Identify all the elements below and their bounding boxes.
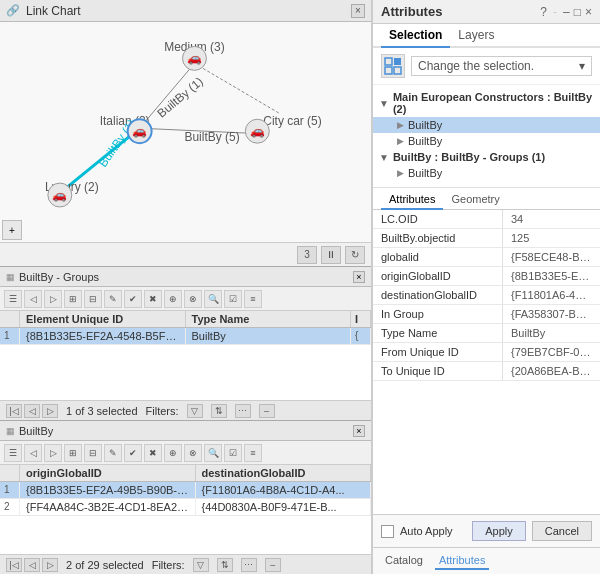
table-tool-13[interactable]: ≡ bbox=[244, 290, 262, 308]
table2-tool-1[interactable]: ☰ bbox=[4, 444, 22, 462]
builtby-groups-close[interactable]: × bbox=[353, 271, 365, 283]
table-tool-7[interactable]: ✔ bbox=[124, 290, 142, 308]
tree-group-1[interactable]: ▼ Main European Constructors : BuiltBy (… bbox=[373, 89, 600, 117]
builtby-titlebar: ▦ BuiltBy × bbox=[0, 421, 371, 441]
attr-row-3: originGlobalID {8B1B33E5-EF2A-49B5-B90E.… bbox=[373, 267, 600, 286]
tree-group-2[interactable]: ▼ BuiltBy : BuiltBy - Groups (1) bbox=[373, 149, 600, 165]
cancel-button[interactable]: Cancel bbox=[532, 521, 592, 541]
attr-row-6: Type Name BuiltBy bbox=[373, 324, 600, 343]
attr-key-7: From Unique ID bbox=[373, 343, 503, 361]
header-type-name: Type Name bbox=[186, 311, 352, 327]
catalog-tab[interactable]: Catalog bbox=[381, 552, 427, 570]
prev-btn2[interactable]: ◁ bbox=[24, 558, 40, 572]
attributes-icons: ? - – □ × bbox=[540, 5, 592, 19]
table-tool-9[interactable]: ⊕ bbox=[164, 290, 182, 308]
row2-origin2: {FF4AA84C-3B2E-4CD1-8EA2-F79A1F7335C5} bbox=[20, 499, 196, 515]
attributes-title: Attributes bbox=[381, 4, 540, 19]
header-num bbox=[0, 311, 20, 327]
table2-tool-10[interactable]: ⊗ bbox=[184, 444, 202, 462]
builtby-close[interactable]: × bbox=[353, 425, 365, 437]
table2-tool-5[interactable]: ⊟ bbox=[84, 444, 102, 462]
table-row[interactable]: 2 {FF4AA84C-3B2E-4CD1-8EA2-F79A1F7335C5}… bbox=[0, 499, 371, 516]
table-tool-1[interactable]: ☰ bbox=[4, 290, 22, 308]
table2-tool-12[interactable]: ☑ bbox=[224, 444, 242, 462]
table-tool-12[interactable]: ☑ bbox=[224, 290, 242, 308]
sort-btn[interactable]: ⇅ bbox=[211, 404, 227, 418]
sort-btn2[interactable]: ⇅ bbox=[217, 558, 233, 572]
tree-item-expand-1: ▶ bbox=[397, 120, 404, 130]
table2-tool-2[interactable]: ◁ bbox=[24, 444, 42, 462]
pause-button[interactable]: ⏸ bbox=[321, 246, 341, 264]
table2-tool-4[interactable]: ⊞ bbox=[64, 444, 82, 462]
options-btn[interactable]: ⋯ bbox=[235, 404, 251, 418]
table-tool-3[interactable]: ▷ bbox=[44, 290, 62, 308]
first-btn[interactable]: |◁ bbox=[6, 404, 22, 418]
filter-btn[interactable]: ▽ bbox=[187, 404, 203, 418]
table-tool-11[interactable]: 🔍 bbox=[204, 290, 222, 308]
tab-layers[interactable]: Layers bbox=[450, 24, 502, 48]
change-selection-dropdown[interactable]: Change the selection. ▾ bbox=[411, 56, 592, 76]
builtby-groups-grid: Element Unique ID Type Name I 1 {8B1B33E… bbox=[0, 311, 371, 400]
tree-item-3[interactable]: ▶ BuiltBy bbox=[373, 165, 600, 181]
minimize-icon[interactable]: – bbox=[563, 5, 570, 19]
builtby-groups-header: Element Unique ID Type Name I bbox=[0, 311, 371, 328]
svg-text:City car (5): City car (5) bbox=[263, 114, 321, 128]
auto-apply-checkbox[interactable] bbox=[381, 525, 394, 538]
table-row[interactable]: 1 {8B1B33E5-EF2A-4548-B5F7-5C449C61B61C}… bbox=[0, 328, 371, 345]
svg-rect-22 bbox=[385, 67, 392, 74]
settings-btn[interactable]: – bbox=[259, 404, 275, 418]
attributes-panel: Attributes ? - – □ × Selection Layers Ch… bbox=[372, 0, 600, 574]
builtby-toolbar: ☰ ◁ ▷ ⊞ ⊟ ✎ ✔ ✖ ⊕ ⊗ 🔍 ☑ ≡ bbox=[0, 441, 371, 465]
table-tool-8[interactable]: ✖ bbox=[144, 290, 162, 308]
attr-row-7: From Unique ID {79EB7CBF-0BEF-4B9B-8575.… bbox=[373, 343, 600, 362]
dropdown-arrow-icon: ▾ bbox=[579, 59, 585, 73]
table2-tool-9[interactable]: ⊕ bbox=[164, 444, 182, 462]
refresh-button[interactable]: ↻ bbox=[345, 246, 365, 264]
tree-item-label-2: BuiltBy bbox=[408, 135, 442, 147]
chart-area: Medium (3) Italian (3) City car (5) Luxu… bbox=[0, 22, 371, 242]
table-tool-6[interactable]: ✎ bbox=[104, 290, 122, 308]
table2-tool-13[interactable]: ≡ bbox=[244, 444, 262, 462]
row2-num2: 2 bbox=[0, 499, 20, 515]
table2-tool-8[interactable]: ✖ bbox=[144, 444, 162, 462]
tree-item-1[interactable]: ▶ BuiltBy bbox=[373, 117, 600, 133]
options-btn2[interactable]: ⋯ bbox=[241, 558, 257, 572]
table-tool-4[interactable]: ⊞ bbox=[64, 290, 82, 308]
table-tool-2[interactable]: ◁ bbox=[24, 290, 42, 308]
tree-item-label-3: BuiltBy bbox=[408, 167, 442, 179]
chart-bottom-toolbar: 3 ⏸ ↻ bbox=[0, 242, 371, 266]
settings-btn2[interactable]: – bbox=[265, 558, 281, 572]
prev-btn[interactable]: ◁ bbox=[24, 404, 40, 418]
apply-button[interactable]: Apply bbox=[472, 521, 526, 541]
attr-val-0: 34 bbox=[503, 210, 600, 228]
tree-item-2[interactable]: ▶ BuiltBy bbox=[373, 133, 600, 149]
nav-controls: |◁ ◁ ▷ bbox=[6, 404, 58, 418]
table-tool-5[interactable]: ⊟ bbox=[84, 290, 102, 308]
first-btn2[interactable]: |◁ bbox=[6, 558, 22, 572]
header-dest: destinationGlobalID bbox=[196, 465, 372, 481]
table2-tool-11[interactable]: 🔍 bbox=[204, 444, 222, 462]
expand-icon-2: ▼ bbox=[379, 152, 389, 163]
svg-rect-21 bbox=[394, 58, 401, 65]
filter-btn2[interactable]: ▽ bbox=[193, 558, 209, 572]
sub-tab-attributes[interactable]: Attributes bbox=[381, 190, 443, 210]
table-tool-10[interactable]: ⊗ bbox=[184, 290, 202, 308]
dock-icon[interactable]: □ bbox=[574, 5, 581, 19]
table2-tool-7[interactable]: ✔ bbox=[124, 444, 142, 462]
link-chart-close[interactable]: × bbox=[351, 4, 365, 18]
attr-sub-tabs: Attributes Geometry bbox=[373, 190, 600, 210]
help-icon[interactable]: ? bbox=[540, 5, 547, 19]
table2-tool-6[interactable]: ✎ bbox=[104, 444, 122, 462]
svg-text:🚗: 🚗 bbox=[132, 123, 147, 138]
tab-selection[interactable]: Selection bbox=[381, 24, 450, 48]
next-btn2[interactable]: ▷ bbox=[42, 558, 58, 572]
sub-tab-geometry[interactable]: Geometry bbox=[443, 190, 507, 210]
next-btn[interactable]: ▷ bbox=[42, 404, 58, 418]
attr-val-6: BuiltBy bbox=[503, 324, 600, 342]
table2-tool-3[interactable]: ▷ bbox=[44, 444, 62, 462]
close-icon[interactable]: × bbox=[585, 5, 592, 19]
add-tool[interactable]: + bbox=[2, 220, 22, 240]
attr-key-3: originGlobalID bbox=[373, 267, 503, 285]
table-row[interactable]: 1 {8B1B33E5-EF2A-49B5-B90B-45251C7458E6}… bbox=[0, 482, 371, 499]
attributes-tab[interactable]: Attributes bbox=[435, 552, 489, 570]
